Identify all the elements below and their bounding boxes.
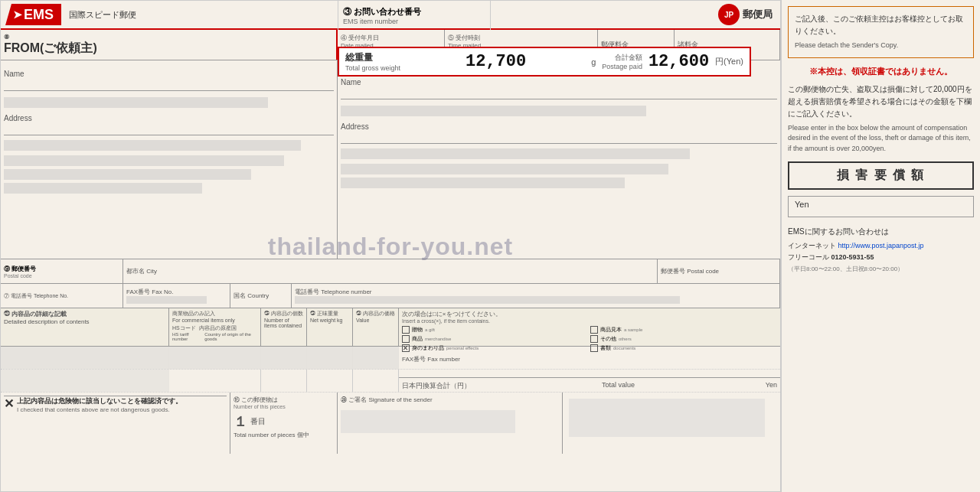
signature-area: ㊴ ご署名 Signature of the sender: [338, 393, 563, 454]
commercial-label: 商業物品のみ記入: [172, 310, 257, 318]
others-checkbox: [590, 335, 598, 343]
country-label: 国名 Country: [234, 292, 288, 300]
dangerous-text-block: 上記内容品は危険物に該当しないことを確認済です。 I checked that …: [17, 396, 182, 413]
to-address-label: Address: [341, 122, 777, 144]
fax-label: FAX番号 Fax No.: [126, 288, 227, 296]
num-value: １: [234, 412, 247, 431]
contact-title: EMSに関するお問い合わせは: [788, 225, 974, 238]
not-receipt-warning: ※本控は、領収証書ではありません。: [788, 66, 974, 77]
postal-code-left: ⑨ 郵便番号 Postal code: [1, 259, 123, 283]
col24-label: ㉔ 内容品の価格: [356, 310, 395, 318]
from-section: Name Address: [1, 60, 338, 259]
sample-label: 商品見本: [600, 326, 622, 334]
sample-en: a sample: [624, 327, 642, 332]
to-phone-cell: 電話番号 Telephone number: [292, 284, 780, 308]
dangerous-text-en: I checked that contents above are not da…: [17, 406, 182, 413]
contact-section: EMSに関するお問い合わせは インターネット http://www.post.j…: [788, 225, 974, 274]
total-gross-weight-jp: 総重量: [345, 51, 400, 64]
fax-cell: FAX番号 Fax No.: [123, 284, 230, 308]
inquiry-sublabel: EMS item number: [343, 18, 485, 25]
country-cell: 国名 Country: [230, 284, 292, 308]
total-value-en: Total value: [602, 381, 635, 391]
insert-cross-title: 次の場合は□に×をつけてください。: [402, 310, 777, 318]
internet-label: インターネット: [788, 242, 836, 249]
weight-value: 12,700: [407, 52, 585, 71]
from-cell: ⑧ FROM(ご依頼主): [1, 30, 338, 60]
others-en: others: [619, 337, 632, 341]
inquiry-label: ③ お問い合わせ番号: [343, 6, 485, 18]
hs-en: HS tariff number: [172, 332, 201, 341]
gift-checkbox: [402, 326, 410, 334]
gift-checkbox-item: 贈物 a gift: [402, 326, 589, 334]
merchandise-label: 商品: [412, 335, 423, 343]
signature-label: ㊴ ご署名 Signature of the sender: [341, 396, 559, 404]
postage-paid-jp: 合計金額: [602, 53, 642, 63]
weight-unit: g: [591, 57, 596, 67]
postal-code-en: Postal code: [4, 273, 119, 279]
from-address-blurred1: [4, 140, 301, 151]
to-name-blurred: [341, 106, 646, 116]
phone-row: ⑦ 電話番号 Telephone No. FAX番号 Fax No. 国名 Co…: [1, 284, 780, 308]
weight-postage-box: 総重量 Total gross weight 12,700 g 合計金額 Pos…: [338, 47, 751, 77]
ems-arrow-icon: ➤: [13, 8, 22, 21]
content-desc-1: [1, 347, 169, 369]
ems-header: ➤ EMS 国際スピード郵便 ③ お問い合わせ番号 EMS item numbe…: [1, 1, 780, 30]
to-phone-label: 電話番号 Telephone number: [295, 288, 776, 296]
total-num-label: Total number of pieces: [234, 432, 296, 438]
dangerous-x-mark: ✕: [4, 396, 14, 411]
gift-label: 贈物: [412, 326, 423, 334]
to-section: ⑩ Name Address: [338, 60, 780, 259]
compensation-notice: この郵便物の亡失、盗取又は損傷に対して20,000円を超える損害賠償を希望される…: [788, 83, 974, 155]
phone-cell: ⑦ 電話番号 Telephone No.: [1, 284, 123, 308]
postage-labels: 合計金額 Postage paid: [602, 53, 642, 70]
insert-cross-section: 次の場合は□に×をつけてください。 Insert a cross(×), if …: [399, 308, 780, 346]
contents-commercial: 商業物品のみ記入 For commercial items only HSコード…: [169, 308, 261, 346]
bottom-section: ✕ 上記内容品は危険物に該当しないことを確認済です。 I checked tha…: [1, 393, 780, 454]
postal-code2-label: 郵便番号 Postal code: [661, 267, 776, 275]
contents-count: ㉕ 内容品の個数 Number of items contained: [261, 308, 307, 346]
from-to-section: Name Address ⑩ Name Address: [1, 60, 780, 259]
merchandise-en: merchandise: [425, 337, 451, 341]
col21-en: Detailed description of contents: [4, 318, 165, 325]
num-label: 番目: [250, 416, 266, 427]
postal-cell9: ⑨ 郵便番号: [4, 265, 119, 273]
sidebar: ご記入後、このご依頼主控はお客様控としてお取りください。 Please deta…: [781, 0, 980, 492]
total-gross-weight-en: Total gross weight: [345, 64, 400, 72]
to-address-blurred2: [341, 164, 668, 174]
piece-counter: １ 番目: [234, 412, 334, 431]
content-right-1: [399, 347, 780, 369]
origin-en: Country of origin of the goods: [204, 332, 257, 341]
cell4-label: ④ 受付年月日: [341, 34, 441, 42]
ems-logo: ➤ EMS: [5, 4, 61, 25]
cell-8-label: ⑧: [4, 34, 333, 41]
sample-checkbox: [590, 326, 598, 334]
num-of-pieces-en: Number of this pieces: [234, 404, 334, 409]
freephone-label: フリーコール: [788, 253, 829, 261]
dangerous-section: ✕ 上記内容品は危険物に該当しないことを確認済です。 I checked tha…: [1, 393, 230, 454]
merchandise-checkbox: [402, 335, 410, 343]
sender-copy-en: Please detach the Sender's Copy.: [795, 41, 967, 51]
postal-row: ⑨ 郵便番号 Postal code 都市名 City 郵便番号 Postal …: [1, 259, 780, 284]
contents-col21: ㉑ 内容品の詳細な記載 Detailed description of cont…: [1, 308, 169, 346]
ems-tagline: 国際スピード郵便: [69, 9, 136, 21]
from-name-blurred: [4, 97, 268, 108]
content-commercial-2: [169, 370, 261, 392]
contents-weight: ㉓ 正味重量 Net weight kg: [307, 308, 353, 346]
weight-labels: 総重量 Total gross weight: [345, 51, 400, 72]
content-value-2: [353, 370, 399, 392]
insert-cross-subtitle: Insert a cross(×), if the item contains.: [402, 318, 777, 324]
jp-circle-icon: JP: [718, 4, 740, 25]
total-value-row: 日本円換算合計（円） Total value Yen: [399, 377, 780, 394]
from-address-blurred4: [4, 183, 202, 194]
content-commercial-1: [169, 347, 261, 369]
col23-label: ㉓ 正味重量: [310, 310, 349, 318]
ems-form: ➤ EMS 国際スピード郵便 ③ お問い合わせ番号 EMS item numbe…: [0, 0, 781, 492]
merchandise-checkbox-item: 商品 merchandise: [402, 335, 589, 343]
dangerous-goods: ✕ 上記内容品は危険物に該当しないことを確認済です。 I checked tha…: [4, 396, 227, 413]
compensation-text-en: Please enter in the box below the amount…: [788, 123, 974, 155]
city-cell: 都市名 City: [123, 259, 658, 283]
to-address-blurred3: [341, 178, 625, 188]
postage-paid-en: Postage paid: [602, 63, 642, 70]
jp-post-logo: JP 郵便局: [718, 4, 773, 25]
inquiry-box: ③ お問い合わせ番号 EMS item number: [338, 1, 491, 30]
